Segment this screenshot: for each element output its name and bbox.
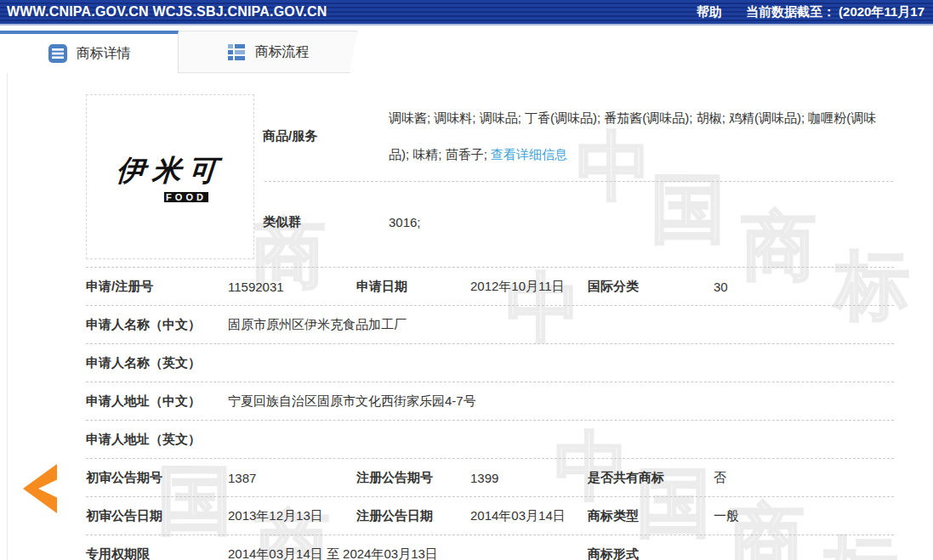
applicant-address-cn-value: 宁夏回族自治区固原市文化西街家乐园4-7号 bbox=[228, 393, 894, 410]
similar-group-value: 3016; bbox=[389, 215, 421, 229]
application-date-value: 2012年10月11日 bbox=[470, 279, 588, 295]
applicant-name-en-label: 申请人名称（英文） bbox=[86, 355, 228, 371]
goods-services-value: 调味酱; 调味料; 调味品; 丁香(调味品); 番茄酱(调味品); 胡椒; 鸡精… bbox=[389, 99, 893, 173]
site-title: WWW.CNIPA.GOV.CN WCJS.SBJ.CNIPA.GOV.CN bbox=[7, 4, 327, 20]
help-link[interactable]: 帮助 bbox=[697, 4, 722, 20]
trademark-mark-subtext: FOOD bbox=[164, 192, 208, 202]
reg-gazette-date-value: 2014年03月14日 bbox=[470, 508, 588, 524]
table-row: 初审公告期号 1387 注册公告期号 1399 是否共有商标 否 bbox=[86, 459, 894, 497]
prelim-gazette-date-label: 初审公告日期 bbox=[86, 508, 228, 524]
top-bar: WWW.CNIPA.GOV.CN WCJS.SBJ.CNIPA.GOV.CN 帮… bbox=[0, 0, 933, 25]
table-row: 申请人地址（中文） 宁夏回族自治区固原市文化西街家乐园4-7号 bbox=[86, 382, 894, 421]
table-row: 申请人地址（英文） bbox=[86, 421, 894, 459]
tab-label: 商标详情 bbox=[77, 45, 131, 63]
document-list-icon bbox=[48, 43, 68, 64]
goods-services-text: 调味酱; 调味料; 调味品; 丁香(调味品); 番茄酱(调味品); 胡椒; 鸡精… bbox=[389, 110, 876, 161]
trademark-detail-panel: 伊米可 FOOD 商品/服务 调味酱; 调味料; 调味品; 丁香(调味品); 番… bbox=[7, 73, 933, 560]
table-row: 申请/注册号 11592031 申请日期 2012年10月11日 国际分类 30 bbox=[86, 268, 894, 306]
page: 商 中 国 商 标 中 国 商 中 国 商 标 WWW.CNIPA.GOV.CN… bbox=[0, 0, 933, 560]
table-grid-icon bbox=[226, 42, 247, 62]
application-number-label: 申请/注册号 bbox=[86, 279, 228, 295]
tab-label: 商标流程 bbox=[255, 43, 310, 61]
applicant-name-cn-value: 固原市原州区伊米克食品加工厂 bbox=[228, 317, 894, 333]
table-row: 专用权期限 2014年03月14日 至 2024年03月13日 商标形式 bbox=[86, 535, 894, 560]
reg-gazette-no-label: 注册公告期号 bbox=[356, 470, 470, 486]
reg-gazette-date-label: 注册公告日期 bbox=[356, 508, 470, 524]
details-table: 申请/注册号 11592031 申请日期 2012年10月11日 国际分类 30… bbox=[86, 267, 894, 560]
reg-gazette-no-value: 1399 bbox=[470, 471, 588, 485]
trademark-summary: 伊米可 FOOD 商品/服务 调味酱; 调味料; 调味品; 丁香(调味品); 番… bbox=[86, 94, 893, 263]
prelim-gazette-no-value: 1387 bbox=[228, 471, 356, 485]
prelim-gazette-date-value: 2013年12月13日 bbox=[228, 508, 356, 524]
applicant-name-cn-label: 申请人名称（中文） bbox=[86, 317, 228, 333]
intl-class-label: 国际分类 bbox=[588, 279, 714, 295]
exclusive-term-label: 专用权期限 bbox=[86, 546, 228, 560]
application-date-label: 申请日期 bbox=[356, 279, 470, 295]
table-row: 初审公告日期 2013年12月13日 注册公告日期 2014年03月14日 商标… bbox=[86, 497, 894, 535]
tab-trademark-details[interactable]: 商标详情 bbox=[0, 31, 179, 73]
data-cutoff-note: 当前数据截至： (2020年11月17 bbox=[746, 4, 924, 20]
trademark-image: 伊米可 FOOD bbox=[86, 94, 254, 259]
prelim-gazette-no-label: 初审公告期号 bbox=[86, 470, 228, 486]
goods-services-label: 商品/服务 bbox=[263, 128, 389, 144]
applicant-address-cn-label: 申请人地址（中文） bbox=[86, 393, 228, 410]
tab-strip: 商标详情 商标流程 bbox=[0, 31, 933, 73]
trademark-form-label: 商标形式 bbox=[588, 546, 714, 560]
shared-trademark-label: 是否共有商标 bbox=[588, 470, 714, 486]
trademark-type-value: 一般 bbox=[714, 508, 894, 524]
applicant-address-en-label: 申请人地址（英文） bbox=[86, 432, 228, 448]
similar-group-label: 类似群 bbox=[263, 214, 389, 230]
exclusive-term-value: 2014年03月14日 至 2024年03月13日 bbox=[228, 546, 588, 560]
view-details-link[interactable]: 查看详细信息 bbox=[491, 147, 567, 161]
tab-trademark-process[interactable]: 商标流程 bbox=[179, 31, 357, 73]
shared-trademark-value: 否 bbox=[714, 470, 894, 486]
trademark-mark-text: 伊米可 bbox=[115, 151, 225, 190]
table-row: 申请人名称（英文） bbox=[86, 344, 894, 382]
table-row: 申请人名称（中文） 固原市原州区伊米克食品加工厂 bbox=[86, 306, 894, 344]
trademark-type-label: 商标类型 bbox=[588, 508, 714, 524]
intl-class-value: 30 bbox=[714, 280, 894, 294]
application-number-value: 11592031 bbox=[228, 280, 356, 294]
